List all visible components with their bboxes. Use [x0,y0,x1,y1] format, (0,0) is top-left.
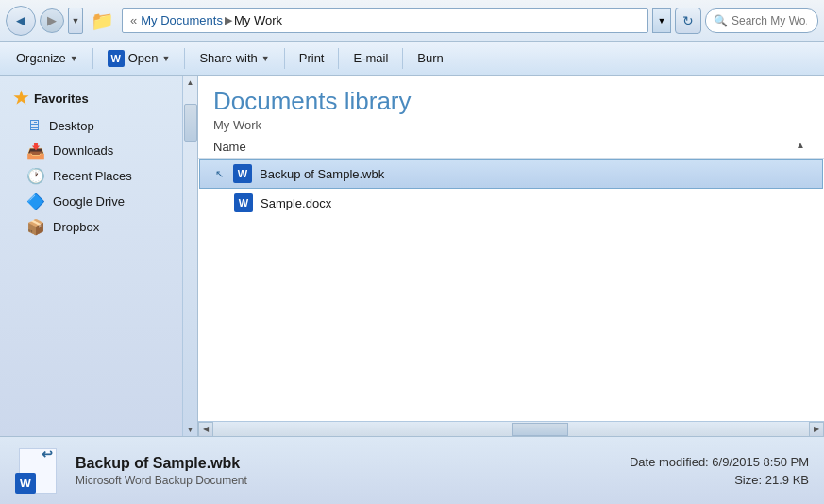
status-file-info: Backup of Sample.wbk Microsoft Word Back… [76,455,247,487]
desktop-icon: 🖥 [26,117,42,134]
sidebar: ★ Favorites 🖥 Desktop 📥 Downloads 🕐 Rece… [0,76,198,436]
share-with-label: Share with [199,51,257,65]
size-value: 21.9 KB [765,473,809,487]
h-scroll-thumb[interactable] [512,423,568,436]
open-arrow: ▼ [161,54,170,63]
favorites-header[interactable]: ★ Favorites [8,83,190,113]
email-label: E-mail [353,51,388,65]
forward-button[interactable]: ▶ [40,8,64,33]
sidebar-item-desktop[interactable]: 🖥 Desktop [8,113,190,138]
share-with-arrow: ▼ [261,54,270,63]
path-dropdown-button[interactable]: ▼ [652,8,671,33]
status-filename: Backup of Sample.wbk [76,455,247,472]
toolbar-separator-5 [402,48,403,69]
status-metadata: Date modified: 6/9/2015 8:50 PM Size: 21… [630,455,809,487]
organize-arrow: ▼ [70,54,78,63]
sidebar-scrollbar[interactable]: ▲ ▼ [182,76,197,436]
table-row[interactable]: ↖ W Backup of Sample.wbk [199,159,823,189]
library-header: Documents library My Work [198,76,824,136]
status-arrow-icon: ↩ [42,446,53,462]
breadcrumb-prefix: « [130,13,137,27]
search-icon: 🔍 [714,14,728,27]
sidebar-item-downloads-label: Downloads [53,143,113,158]
status-word-icon: W [15,473,36,494]
file-size: Size: 21.9 KB [630,473,809,487]
sidebar-item-dropbox-label: Dropbox [53,220,99,234]
status-bar: ↩ W Backup of Sample.wbk Microsoft Word … [0,436,824,504]
sidebar-item-dropbox[interactable]: 📦 Dropbox [8,214,190,240]
burn-button[interactable]: Burn [409,47,451,69]
h-scroll-track[interactable] [213,423,809,436]
word-icon: W [108,50,125,67]
scroll-up-arrow[interactable]: ▲ [184,76,197,89]
breadcrumb: « My Documents ▶ My Work [122,8,648,33]
organize-label: Organize [16,51,66,65]
open-button[interactable]: W Open ▼ [99,46,179,71]
scroll-down-arrow[interactable]: ▼ [184,423,197,436]
google-drive-icon: 🔷 [26,193,45,210]
main-content: ★ Favorites 🖥 Desktop 📥 Downloads 🕐 Rece… [0,76,824,436]
refresh-button[interactable]: ↻ [675,8,701,34]
h-scroll-right-button[interactable]: ▶ [809,422,824,437]
toolbar-separator-4 [338,48,339,69]
status-filetype: Microsoft Word Backup Document [76,474,247,487]
breadcrumb-parent[interactable]: My Documents [141,13,223,27]
word-file-icon-2: W [234,193,253,212]
history-dropdown[interactable]: ▼ [68,8,83,34]
sidebar-item-google-drive[interactable]: 🔷 Google Drive [8,189,190,214]
print-button[interactable]: Print [291,47,333,69]
cursor-icon: ↖ [215,168,224,180]
sort-arrow-icon: ▲ [796,140,805,150]
horizontal-scrollbar[interactable]: ◀ ▶ [198,421,824,436]
word-file-icon-1: W [233,164,252,183]
file-name-2: Sample.docx [261,196,331,210]
h-scroll-left-button[interactable]: ◀ [198,422,213,437]
status-file-icon: ↩ W [15,448,60,494]
folder-icon: 📁 [91,9,114,32]
sidebar-item-recent-places[interactable]: 🕐 Recent Places [8,163,190,189]
breadcrumb-current: My Work [234,13,282,27]
date-modified: Date modified: 6/9/2015 8:50 PM [630,455,809,469]
back-button[interactable]: ◀ [6,6,36,36]
file-name-1: Backup of Sample.wbk [260,167,384,181]
print-label: Print [299,51,325,65]
recent-places-icon: 🕐 [26,167,45,185]
toolbar: Organize ▼ W Open ▼ Share with ▼ Print E… [0,42,824,76]
breadcrumb-separator: ▶ [225,14,232,26]
toolbar-separator-3 [284,48,285,69]
sidebar-item-downloads[interactable]: 📥 Downloads [8,138,190,163]
file-list-area: Documents library My Work Name ▲ ↖ W Bac… [198,76,824,436]
column-name-header: Name [213,140,246,154]
dropbox-icon: 📦 [26,218,45,236]
date-modified-label: Date modified: [630,455,709,469]
search-box[interactable]: 🔍 [705,8,818,33]
search-input[interactable] [732,14,807,27]
favorites-section: ★ Favorites 🖥 Desktop 📥 Downloads 🕐 Rece… [0,83,197,240]
sidebar-item-desktop-label: Desktop [49,119,94,133]
favorites-star-icon: ★ [13,88,28,109]
sidebar-item-google-drive-label: Google Drive [53,194,125,209]
toolbar-separator-1 [92,48,93,69]
date-modified-value: 6/9/2015 8:50 PM [712,455,809,469]
address-bar: ◀ ▶ ▼ 📁 « My Documents ▶ My Work ▼ ↻ 🔍 [0,0,824,42]
library-title: Documents library [213,87,809,116]
share-with-button[interactable]: Share with ▼ [191,47,277,69]
size-label: Size: [734,473,762,487]
open-label: Open [128,51,159,65]
toolbar-separator-2 [184,48,185,69]
scroll-thumb[interactable] [184,104,197,142]
sidebar-item-recent-places-label: Recent Places [53,169,132,183]
file-list-header[interactable]: Name ▲ [198,136,824,159]
favorites-label: Favorites [34,92,89,106]
organize-button[interactable]: Organize ▼ [8,47,87,69]
table-row[interactable]: W Sample.docx [198,189,824,217]
library-subtitle: My Work [213,118,809,132]
burn-label: Burn [417,51,443,65]
email-button[interactable]: E-mail [345,47,396,69]
downloads-icon: 📥 [26,142,45,160]
